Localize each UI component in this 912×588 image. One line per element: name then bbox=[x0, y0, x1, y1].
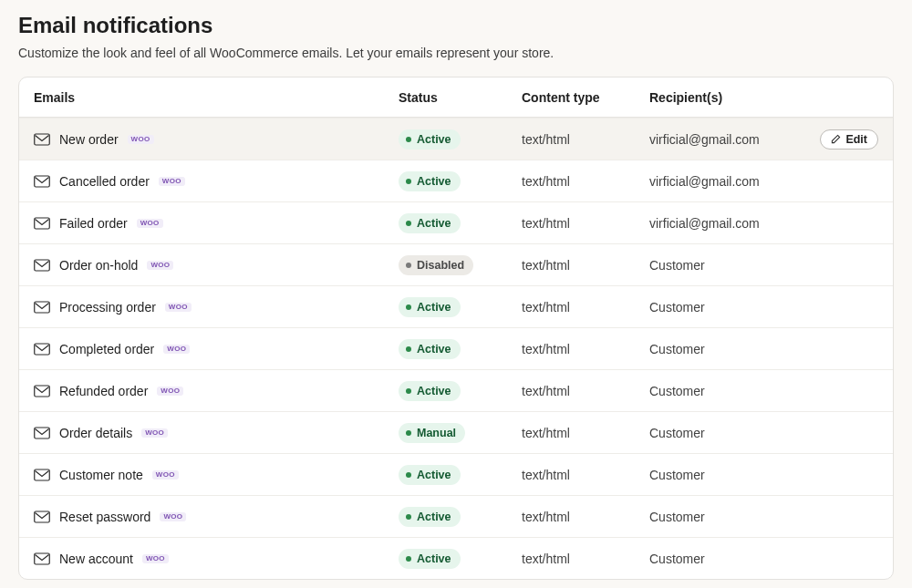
table-header: Emails Status Content type Recipient(s) bbox=[19, 77, 893, 118]
content-type-cell: text/html bbox=[522, 510, 649, 524]
woo-tag: WOO bbox=[142, 554, 169, 563]
table-row[interactable]: Order on-holdWOODisabledtext/htmlCustome… bbox=[19, 243, 893, 285]
status-text: Disabled bbox=[417, 259, 464, 272]
table-row[interactable]: Order detailsWOOManualtext/htmlCustomer bbox=[19, 411, 893, 453]
svg-rect-9 bbox=[35, 511, 50, 522]
status-dot-icon bbox=[406, 137, 411, 142]
content-type-cell: text/html bbox=[522, 132, 649, 147]
status-dot-icon bbox=[406, 514, 411, 520]
email-name: Reset password bbox=[59, 510, 150, 524]
status-badge: Active bbox=[399, 297, 461, 317]
table-row[interactable]: Customer noteWOOActivetext/htmlCustomer bbox=[19, 453, 893, 495]
mail-icon bbox=[34, 385, 50, 397]
svg-rect-5 bbox=[35, 344, 50, 355]
email-name: Customer note bbox=[59, 468, 143, 482]
status-badge: Disabled bbox=[399, 255, 473, 275]
recipient-cell: virficial@gmail.com bbox=[649, 132, 805, 147]
table-row[interactable]: Refunded orderWOOActivetext/htmlCustomer bbox=[19, 369, 893, 411]
table-row[interactable]: Reset passwordWOOActivetext/htmlCustomer bbox=[19, 495, 893, 537]
edit-button[interactable]: Edit bbox=[820, 129, 878, 150]
status-dot-icon bbox=[406, 304, 411, 310]
status-badge: Active bbox=[399, 507, 461, 527]
email-cell: New orderWOO bbox=[34, 132, 399, 147]
page-subtitle: Customize the look and feel of all WooCo… bbox=[18, 46, 894, 60]
status-badge: Manual bbox=[399, 423, 465, 443]
recipient-cell: virficial@gmail.com bbox=[649, 174, 805, 189]
content-type-cell: text/html bbox=[522, 258, 649, 273]
column-header-emails: Emails bbox=[34, 90, 399, 105]
table-row[interactable]: Failed orderWOOActivetext/htmlvirficial@… bbox=[19, 201, 893, 243]
content-type-cell: text/html bbox=[522, 426, 649, 440]
woo-tag: WOO bbox=[152, 470, 179, 480]
mail-icon bbox=[34, 511, 50, 523]
status-dot-icon bbox=[406, 346, 411, 352]
status-cell: Active bbox=[399, 129, 522, 150]
mail-icon bbox=[34, 343, 50, 356]
content-type-cell: text/html bbox=[522, 468, 649, 482]
woo-tag: WOO bbox=[165, 303, 192, 312]
column-header-recipients: Recipient(s) bbox=[649, 90, 805, 105]
status-dot-icon bbox=[406, 556, 411, 562]
email-name: New account bbox=[59, 552, 133, 566]
status-cell: Disabled bbox=[399, 255, 522, 275]
mail-icon bbox=[34, 552, 50, 565]
svg-rect-8 bbox=[35, 469, 50, 480]
recipient-cell: Customer bbox=[649, 384, 805, 398]
status-dot-icon bbox=[406, 388, 411, 394]
table-row[interactable]: New orderWOOActivetext/htmlvirficial@gma… bbox=[19, 118, 893, 160]
recipient-cell: Customer bbox=[649, 510, 805, 524]
status-text: Active bbox=[417, 469, 451, 481]
table-row[interactable]: Completed orderWOOActivetext/htmlCustome… bbox=[19, 327, 893, 369]
table-row[interactable]: New accountWOOActivetext/htmlCustomer bbox=[19, 537, 893, 579]
email-cell: Order on-holdWOO bbox=[34, 258, 399, 273]
edit-button-label: Edit bbox=[845, 133, 867, 146]
mail-icon bbox=[34, 217, 50, 230]
mail-icon bbox=[34, 427, 50, 439]
status-text: Active bbox=[417, 552, 451, 565]
status-text: Active bbox=[417, 301, 451, 314]
content-type-cell: text/html bbox=[522, 216, 649, 231]
email-cell: Completed orderWOO bbox=[34, 342, 399, 356]
content-type-cell: text/html bbox=[522, 300, 649, 315]
status-badge: Active bbox=[399, 129, 461, 150]
email-name: Order on-hold bbox=[59, 258, 138, 273]
table-row[interactable]: Cancelled orderWOOActivetext/htmlvirfici… bbox=[19, 160, 893, 201]
email-name: Failed order bbox=[59, 216, 128, 231]
status-cell: Active bbox=[399, 465, 522, 485]
woo-tag: WOO bbox=[137, 219, 163, 228]
status-cell: Active bbox=[399, 297, 522, 317]
status-cell: Active bbox=[399, 213, 522, 233]
status-dot-icon bbox=[406, 263, 411, 268]
recipient-cell: Customer bbox=[649, 342, 805, 356]
email-name: Processing order bbox=[59, 300, 156, 315]
page-title: Email notifications bbox=[18, 13, 894, 38]
status-dot-icon bbox=[406, 221, 411, 226]
email-cell: Customer noteWOO bbox=[34, 468, 399, 482]
status-cell: Active bbox=[399, 171, 522, 191]
svg-rect-6 bbox=[35, 386, 50, 397]
table-row[interactable]: Processing orderWOOActivetext/htmlCustom… bbox=[19, 285, 893, 327]
status-cell: Active bbox=[399, 381, 522, 401]
woo-tag: WOO bbox=[159, 177, 185, 186]
email-cell: Failed orderWOO bbox=[34, 216, 399, 231]
status-badge: Active bbox=[399, 171, 461, 191]
status-dot-icon bbox=[406, 179, 411, 184]
status-badge: Active bbox=[399, 339, 461, 359]
recipient-cell: Customer bbox=[649, 426, 805, 440]
status-text: Manual bbox=[417, 427, 456, 439]
status-text: Active bbox=[417, 385, 451, 397]
woo-tag: WOO bbox=[128, 135, 154, 144]
content-type-cell: text/html bbox=[522, 342, 649, 356]
recipient-cell: Customer bbox=[649, 258, 805, 273]
svg-rect-2 bbox=[35, 218, 50, 229]
status-dot-icon bbox=[406, 472, 411, 478]
status-cell: Active bbox=[399, 549, 522, 569]
status-cell: Active bbox=[399, 507, 522, 527]
status-dot-icon bbox=[406, 430, 411, 436]
mail-icon bbox=[34, 259, 50, 272]
status-text: Active bbox=[417, 133, 451, 146]
actions-cell: Edit bbox=[805, 129, 878, 150]
woo-tag: WOO bbox=[160, 512, 186, 521]
mail-icon bbox=[34, 301, 50, 314]
recipient-cell: virficial@gmail.com bbox=[649, 216, 805, 231]
